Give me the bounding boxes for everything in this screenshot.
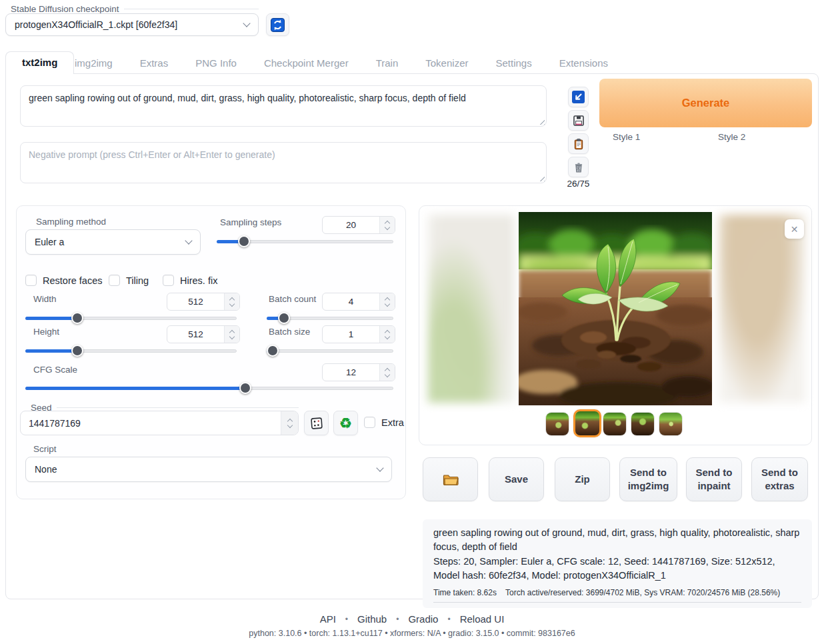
sampling-method-dropdown[interactable]: Euler a — [25, 229, 201, 255]
stepper-icon[interactable] — [224, 293, 239, 310]
tab-tokenizer[interactable]: Tokenizer — [425, 57, 468, 69]
footer-link-reload-ui[interactable]: Reload UI — [460, 613, 505, 625]
bullet-separator: • — [447, 615, 450, 624]
stepper-icon[interactable] — [379, 364, 395, 381]
batch-count-input[interactable] — [322, 293, 395, 311]
gallery-thumbnail-2-selected[interactable] — [573, 409, 601, 437]
chevron-down-icon — [243, 19, 250, 27]
gallery-blur-right[interactable] — [719, 215, 805, 403]
tab-checkpoint-merger[interactable]: Checkpoint Merger — [264, 57, 349, 69]
gallery-thumbnail-4[interactable] — [631, 413, 654, 435]
batch-size-slider[interactable] — [267, 345, 393, 357]
prompt-input[interactable]: green sapling rowing out of ground, mud,… — [20, 85, 547, 127]
width-value[interactable] — [167, 293, 224, 310]
stepper-icon[interactable] — [379, 326, 395, 343]
script-dropdown[interactable]: None — [25, 457, 392, 482]
paste-generation-params-button[interactable] — [568, 87, 589, 107]
sapling-image — [519, 212, 712, 405]
negative-prompt-input[interactable] — [20, 142, 547, 183]
tab-png-info[interactable]: PNG Info — [195, 57, 237, 69]
save-style-button[interactable] — [568, 110, 589, 131]
seed-value[interactable] — [21, 411, 281, 435]
send-to-img2img-button[interactable]: Send to img2img — [619, 457, 677, 501]
stepper-icon[interactable] — [379, 293, 395, 310]
refresh-checkpoint-button[interactable] — [266, 13, 289, 36]
apply-style-button[interactable] — [568, 133, 589, 154]
slider-knob[interactable] — [278, 312, 290, 324]
chevron-down-icon — [185, 237, 192, 244]
generated-image-preview[interactable] — [519, 212, 712, 405]
zip-button[interactable]: Zip — [555, 457, 610, 501]
close-icon: ✕ — [791, 224, 799, 235]
script-label: Script — [33, 444, 57, 454]
width-slider[interactable] — [25, 312, 237, 324]
gallery-thumbnail-5[interactable] — [659, 413, 682, 435]
hires-fix-checkbox[interactable]: Hires. fix — [163, 275, 217, 286]
cfg-scale-input[interactable] — [322, 363, 395, 381]
generation-info-block: green sapling rowing out of ground, mud,… — [423, 519, 812, 608]
close-preview-button[interactable]: ✕ — [785, 219, 804, 239]
bullet-separator: • — [396, 615, 399, 624]
checkbox-icon[interactable] — [25, 275, 37, 286]
sampling-steps-label: Sampling steps — [220, 217, 281, 227]
seed-input[interactable] — [20, 411, 299, 435]
tiling-checkbox[interactable]: Tiling — [109, 275, 149, 286]
batch-count-slider[interactable] — [267, 312, 393, 324]
sampling-steps-value[interactable] — [323, 217, 379, 233]
tab-img2img[interactable]: img2img — [75, 57, 113, 69]
gallery-blur-left[interactable] — [428, 215, 515, 403]
send-to-extras-button[interactable]: Send to extras — [751, 457, 808, 501]
stepper-icon[interactable] — [281, 411, 298, 435]
height-slider[interactable] — [25, 345, 237, 357]
checkbox-icon[interactable] — [109, 275, 120, 286]
batch-size-input[interactable] — [322, 325, 395, 343]
clipboard-icon — [573, 138, 585, 150]
sampling-steps-input[interactable] — [322, 216, 395, 234]
tab-extras[interactable]: Extras — [140, 57, 169, 69]
clear-prompt-button[interactable] — [568, 157, 589, 177]
checkbox-icon[interactable] — [364, 417, 375, 428]
footer-link-github[interactable]: Github — [357, 613, 387, 625]
floppy-disk-icon — [573, 115, 585, 127]
width-input[interactable] — [167, 293, 240, 311]
slider-knob[interactable] — [238, 235, 250, 247]
footer-link-api[interactable]: API — [320, 613, 336, 625]
tab-extensions[interactable]: Extensions — [559, 57, 608, 69]
height-value[interactable] — [167, 326, 224, 343]
slider-knob[interactable] — [239, 382, 251, 394]
stepper-icon[interactable] — [379, 217, 395, 233]
slider-knob[interactable] — [267, 345, 279, 357]
checkpoint-dropdown[interactable]: protogenX34OfficialR_1.ckpt [60fe2f34] — [5, 13, 259, 36]
cfg-scale-label: CFG Scale — [33, 365, 77, 375]
tab-settings[interactable]: Settings — [495, 57, 531, 69]
extra-label: Extra — [381, 417, 404, 428]
gallery-thumbnail-1[interactable] — [546, 413, 569, 435]
gallery-thumbnail-3[interactable] — [603, 413, 626, 435]
batch-count-value[interactable] — [323, 293, 379, 310]
chevron-down-icon — [376, 464, 383, 471]
extra-seed-checkbox[interactable]: Extra — [364, 417, 404, 428]
tab-bar: img2img Extras PNG Info Checkpoint Merge… — [75, 51, 608, 74]
cfg-scale-slider[interactable] — [25, 382, 393, 394]
open-folder-button[interactable] — [423, 457, 478, 501]
sampling-steps-slider[interactable] — [217, 235, 393, 247]
tab-txt2img[interactable]: txt2img — [5, 51, 74, 74]
restore-faces-checkbox[interactable]: Restore faces — [25, 275, 102, 286]
save-button[interactable]: Save — [489, 457, 544, 501]
stepper-icon[interactable] — [224, 326, 239, 343]
cfg-scale-value[interactable] — [323, 364, 379, 381]
batch-size-value[interactable] — [323, 326, 379, 343]
random-seed-button[interactable] — [304, 411, 329, 435]
slider-knob[interactable] — [71, 312, 83, 324]
generate-button[interactable]: Generate — [599, 79, 812, 127]
tab-train[interactable]: Train — [376, 57, 399, 69]
seed-label-line — [57, 407, 299, 408]
send-to-inpaint-button[interactable]: Send to inpaint — [686, 457, 742, 501]
sampling-method-value: Euler a — [35, 237, 181, 247]
footer-link-gradio[interactable]: Gradio — [408, 613, 438, 625]
checkbox-icon[interactable] — [163, 275, 174, 286]
reuse-seed-button[interactable]: ♻ — [333, 411, 358, 435]
height-input[interactable] — [167, 325, 240, 343]
slider-knob[interactable] — [71, 345, 83, 357]
style2-label: Style 2 — [718, 132, 745, 142]
